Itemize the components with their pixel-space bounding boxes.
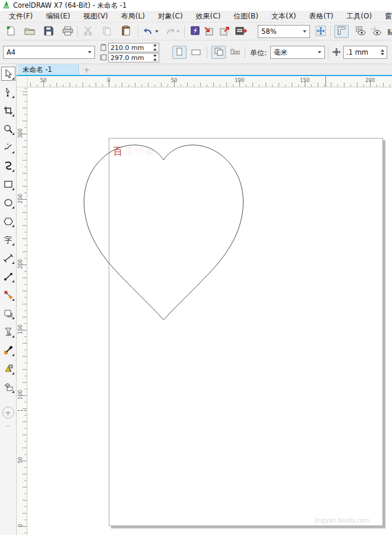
ellipse-tool[interactable] <box>1 196 15 210</box>
new-document-button[interactable] <box>4 25 18 38</box>
redo-dropdown[interactable] <box>175 25 182 38</box>
page-width-spinner[interactable]: 210.0 mm <box>108 43 159 52</box>
current-page-button[interactable] <box>228 46 242 59</box>
drop-shadow-tool[interactable] <box>1 306 15 320</box>
document-tab[interactable]: 未命名 -1 <box>18 64 79 75</box>
cursor-position-marker-vertical <box>18 410 26 411</box>
print-button[interactable] <box>61 25 75 38</box>
vruler-label: 250 <box>17 193 23 204</box>
menu-layout[interactable]: 布局(L) <box>115 11 151 21</box>
horizontal-ruler[interactable]: 50050100150200 <box>27 76 392 87</box>
all-pages-button[interactable] <box>211 46 226 59</box>
show-guidelines-button[interactable] <box>368 25 382 38</box>
standard-toolbar: 58% 贴 <box>0 23 392 40</box>
pdf-icon <box>235 26 247 37</box>
freehand-tool[interactable] <box>1 140 15 155</box>
publish-pdf-button[interactable] <box>234 25 248 38</box>
snap-to-button-partial[interactable]: 贴 <box>387 27 392 37</box>
nudge-value: .1 mm <box>346 48 368 56</box>
text-tool[interactable]: 字 <box>1 232 15 247</box>
ruler-origin-corner[interactable] <box>17 76 27 87</box>
menu-effects[interactable]: 效果(C) <box>189 11 227 21</box>
anchor-edit-connector-tool[interactable] <box>1 288 15 302</box>
toolbox: 字 + ┄ <box>0 64 17 535</box>
transparency-tool[interactable] <box>1 325 15 339</box>
nudge-distance-spinner[interactable]: .1 mm <box>343 46 387 59</box>
smart-fill-tool[interactable] <box>1 380 15 394</box>
units-combobox[interactable]: 毫米 <box>270 46 325 59</box>
menu-text[interactable]: 文本(X) <box>265 11 303 21</box>
document-tab-label: 未命名 -1 <box>23 65 52 74</box>
nudge-spin-buttons[interactable] <box>381 49 384 55</box>
property-bar: A4 210.0 mm 297.0 mm 单位: 毫米 .1 mm <box>0 40 392 64</box>
page-preset-combobox[interactable]: A4 <box>3 46 95 59</box>
print-icon <box>62 26 73 37</box>
menu-window[interactable]: 窗口(W) <box>378 11 392 21</box>
color-eyedropper-tool[interactable] <box>1 343 15 357</box>
menu-tools[interactable]: 工具(O) <box>340 11 378 21</box>
all-pages-icon <box>214 47 224 58</box>
cut-button[interactable] <box>81 25 95 38</box>
undo-icon <box>143 26 154 37</box>
paste-button[interactable] <box>119 25 133 38</box>
shape-tool[interactable] <box>1 85 15 99</box>
crop-tool[interactable] <box>1 103 15 118</box>
page-height-spin-buttons[interactable] <box>153 55 157 61</box>
undo-dropdown[interactable] <box>153 25 160 38</box>
menu-edit[interactable]: 编辑(E) <box>39 11 77 21</box>
cursor-position-marker-horizontal <box>325 77 326 86</box>
add-page-button[interactable]: + <box>80 64 93 75</box>
new-document-icon <box>6 26 16 38</box>
current-page-icon <box>230 47 241 58</box>
customize-toolbox-button[interactable]: + <box>2 407 14 418</box>
page-width-spin-buttons[interactable] <box>153 45 157 51</box>
zoom-tool[interactable] <box>1 122 15 136</box>
guidelines-eye-icon <box>370 26 381 37</box>
menu-bitmaps[interactable]: 位图(B) <box>227 11 265 21</box>
show-grid-button[interactable] <box>353 25 367 38</box>
heart-shape[interactable] <box>83 144 244 321</box>
pick-tool[interactable] <box>1 67 15 81</box>
parallel-dimension-tool[interactable] <box>1 251 15 265</box>
scissors-icon <box>83 26 93 37</box>
artistic-media-tool[interactable] <box>1 159 15 173</box>
page-height-spinner[interactable]: 297.0 mm <box>108 53 159 62</box>
portrait-button[interactable] <box>172 46 186 59</box>
landscape-button[interactable] <box>189 46 203 59</box>
page-height-icon <box>100 54 107 63</box>
rectangle-tool[interactable] <box>1 177 15 191</box>
menu-table[interactable]: 表格(T) <box>303 11 340 21</box>
toolbox-overflow-indicator: ┄ <box>6 423 10 429</box>
zoom-level-combobox[interactable]: 58% <box>258 25 310 38</box>
polygon-tool[interactable] <box>1 214 15 228</box>
hruler-label: 50 <box>171 77 178 83</box>
watermark-bottom: jingyan.baidu.com <box>315 517 369 524</box>
page-preset-value: A4 <box>7 48 15 56</box>
fit-page-button[interactable] <box>314 25 328 38</box>
straight-line-connector-tool[interactable] <box>1 269 15 284</box>
units-label: 单位: <box>250 48 267 58</box>
menu-file[interactable]: 文件(F) <box>2 11 39 21</box>
copy-button[interactable] <box>100 25 114 38</box>
interactive-fill-tool[interactable] <box>1 361 15 376</box>
menu-view[interactable]: 视图(V) <box>77 11 115 21</box>
import-button[interactable] <box>202 25 216 38</box>
units-value: 毫米 <box>274 48 287 57</box>
open-button[interactable] <box>23 25 37 38</box>
nudge-icon <box>332 48 341 58</box>
hruler-label: 150 <box>300 77 309 83</box>
vertical-ruler[interactable]: 300250200150100500 <box>17 87 27 535</box>
application-launcher-button[interactable] <box>188 25 202 38</box>
vruler-label: 0 <box>17 520 23 531</box>
page-height-value: 297.0 mm <box>110 54 144 62</box>
show-rulers-button[interactable] <box>334 25 349 38</box>
vruler-label: 200 <box>17 259 23 269</box>
import-icon <box>204 26 214 37</box>
fit-page-icon <box>315 26 326 38</box>
save-button[interactable] <box>42 25 56 38</box>
menu-object[interactable]: 对象(C) <box>151 11 189 21</box>
drawing-canvas[interactable]: 百 度经验 jingyan.baidu.com <box>27 87 392 535</box>
hruler-label: 0 <box>107 77 110 83</box>
page-width-value: 210.0 mm <box>110 44 144 52</box>
export-button[interactable] <box>217 25 232 38</box>
